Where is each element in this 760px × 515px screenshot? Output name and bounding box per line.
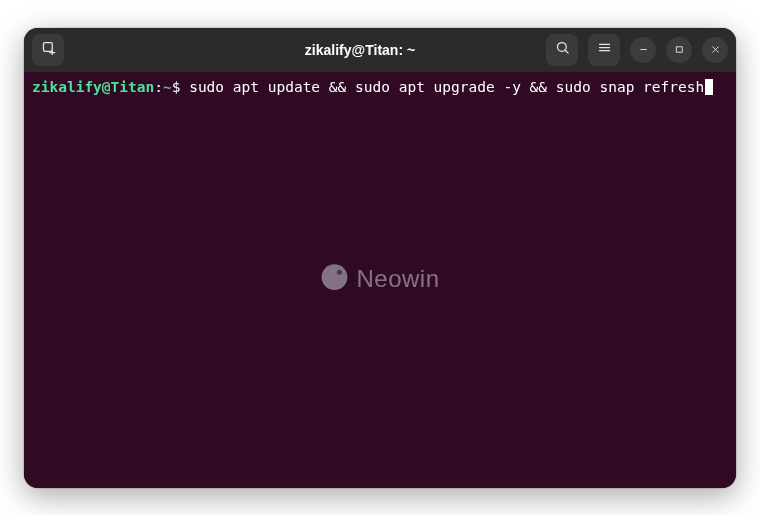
prompt-user-host: zikalify@Titan — [32, 79, 154, 95]
search-icon — [555, 40, 570, 59]
titlebar: zikalify@Titan: ~ — [24, 28, 736, 72]
command-text: sudo apt update && sudo apt upgrade -y &… — [189, 79, 704, 95]
prompt-colon: : — [154, 79, 163, 95]
close-icon — [710, 41, 721, 59]
svg-point-13 — [337, 269, 342, 274]
prompt-path: ~ — [163, 79, 172, 95]
watermark: Neowin — [320, 263, 439, 297]
terminal-window: zikalify@Titan: ~ — [24, 28, 736, 488]
titlebar-left-group — [32, 34, 192, 66]
maximize-button[interactable] — [666, 37, 692, 63]
cursor — [705, 79, 713, 95]
new-tab-icon — [41, 40, 56, 59]
svg-rect-0 — [43, 43, 52, 52]
window-title: zikalify@Titan: ~ — [200, 42, 520, 58]
titlebar-right-group — [528, 34, 728, 66]
minimize-icon — [638, 41, 649, 59]
svg-rect-9 — [676, 46, 682, 52]
hamburger-menu-icon — [597, 40, 612, 59]
search-button[interactable] — [546, 34, 578, 66]
prompt-line: zikalify@Titan:~$ sudo apt update && sud… — [32, 78, 728, 98]
neowin-logo-icon — [320, 263, 348, 297]
watermark-text: Neowin — [356, 263, 439, 295]
close-button[interactable] — [702, 37, 728, 63]
maximize-icon — [674, 41, 685, 59]
minimize-button[interactable] — [630, 37, 656, 63]
svg-point-12 — [322, 264, 348, 290]
menu-button[interactable] — [588, 34, 620, 66]
svg-line-4 — [565, 50, 568, 53]
terminal-body[interactable]: zikalify@Titan:~$ sudo apt update && sud… — [24, 72, 736, 488]
new-tab-button[interactable] — [32, 34, 64, 66]
